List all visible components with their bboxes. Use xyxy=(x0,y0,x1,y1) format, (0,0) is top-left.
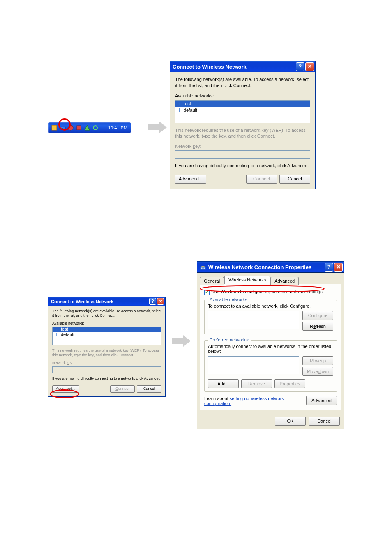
connect-wireless-dialog: Connect to Wireless Network ? ✕ The foll… xyxy=(170,61,316,189)
difficulty-note: If you are having difficulty connecting … xyxy=(175,163,310,169)
svg-rect-9 xyxy=(203,267,205,269)
wireless-icon xyxy=(200,264,206,270)
signal-icon: i xyxy=(53,333,59,337)
tab-page: Use Windows to configure my wireless net… xyxy=(200,284,341,410)
arrow-icon xyxy=(172,335,191,347)
help-button[interactable]: ? xyxy=(325,263,333,272)
advanced-button[interactable]: Advanced... xyxy=(175,175,206,184)
connect-button[interactable]: Connect xyxy=(246,175,277,184)
titlebar[interactable]: Connect to Wireless Network ? ✕ xyxy=(170,61,315,72)
learn-text: Learn about xyxy=(204,396,230,401)
titlebar[interactable]: Wireless Network Connection Properties ?… xyxy=(197,262,344,273)
tray-icon-generic[interactable] xyxy=(51,124,58,131)
svg-point-7 xyxy=(93,126,97,130)
close-button[interactable]: ✕ xyxy=(334,263,343,272)
available-help-text: To connect to an available network, clic… xyxy=(208,304,333,309)
network-key-label: Network key: xyxy=(52,361,161,365)
tab-general[interactable]: General xyxy=(200,277,224,285)
network-name: default xyxy=(61,332,74,338)
intro-text: The following network(s) are available. … xyxy=(52,309,161,318)
signal-icon: i xyxy=(176,101,182,107)
add-button[interactable]: Add... xyxy=(208,379,239,388)
tray-icon-sync[interactable] xyxy=(92,124,99,131)
annotation-oval-advanced xyxy=(50,389,79,398)
network-key-input xyxy=(52,366,161,373)
preferred-networks-legend: Preferred networks: xyxy=(208,337,251,342)
annotation-oval-use-windows xyxy=(200,285,325,292)
difficulty-note: If you are having difficulty connecting … xyxy=(52,376,161,381)
cancel-button[interactable]: Cancel xyxy=(309,417,340,426)
svg-marker-6 xyxy=(85,125,90,130)
intro-text: The following network(s) are available. … xyxy=(175,76,310,89)
configure-button[interactable]: Configure xyxy=(302,311,333,320)
tab-wireless-networks[interactable]: Wireless Networks xyxy=(224,276,270,284)
move-up-button[interactable]: Move up xyxy=(302,356,333,365)
advanced-button[interactable]: Advanced xyxy=(306,396,337,405)
help-button[interactable]: ? xyxy=(149,298,156,305)
svg-rect-0 xyxy=(52,125,57,130)
network-name: test xyxy=(61,327,68,332)
network-item[interactable]: i default xyxy=(53,332,161,338)
connect-button[interactable]: Connect xyxy=(110,385,135,393)
svg-rect-5 xyxy=(77,126,81,130)
tray-icons xyxy=(48,124,99,131)
preferred-networks-group: Preferred networks: Automatically connec… xyxy=(204,340,337,392)
network-item[interactable]: i test xyxy=(175,101,310,107)
help-button[interactable]: ? xyxy=(296,62,304,71)
ok-button[interactable]: OK xyxy=(275,417,306,426)
arrow-icon xyxy=(148,122,167,133)
close-button[interactable]: ✕ xyxy=(305,62,314,71)
window-title: Connect to Wireless Network xyxy=(173,64,295,70)
available-networks-legend: Available networks: xyxy=(208,297,250,302)
signal-icon: i xyxy=(176,107,182,113)
connect-wireless-dialog-small: Connect to Wireless Network ? ✕ The foll… xyxy=(48,297,166,397)
available-networks-label: Available networks: xyxy=(175,93,310,99)
available-networks-group: Available networks: To connect to an ava… xyxy=(204,300,337,334)
wep-note: This network requires the use of a netwo… xyxy=(175,127,310,140)
network-name: default xyxy=(184,107,197,113)
tab-strip: General Wireless Networks Advanced xyxy=(200,275,341,284)
window-title: Connect to Wireless Network xyxy=(51,299,148,304)
remove-button[interactable]: Remove xyxy=(241,379,272,388)
svg-rect-8 xyxy=(201,267,203,269)
network-key-label: Network key: xyxy=(175,143,310,150)
cancel-button[interactable]: Cancel xyxy=(279,175,310,184)
dialog-footer: OK Cancel xyxy=(197,413,344,429)
preferred-networks-listbox[interactable] xyxy=(208,356,299,374)
available-networks-label: Available networks: xyxy=(52,321,161,326)
network-item[interactable]: i default xyxy=(175,107,310,114)
available-networks-list[interactable]: i test i default xyxy=(52,327,161,345)
preferred-help-text: Automatically connect to available netwo… xyxy=(208,344,333,354)
tray-icon-audio[interactable] xyxy=(76,124,82,131)
network-key-input xyxy=(175,150,310,159)
available-networks-listbox[interactable] xyxy=(208,311,299,329)
available-networks-list[interactable]: i test i default xyxy=(175,100,310,123)
tab-advanced[interactable]: Advanced xyxy=(270,277,299,285)
system-clock: 10:41 PM xyxy=(108,125,131,130)
signal-icon: i xyxy=(53,327,59,332)
properties-button[interactable]: Properties xyxy=(274,379,305,388)
cancel-button[interactable]: Cancel xyxy=(137,385,161,393)
window-title: Wireless Network Connection Properties xyxy=(208,264,324,270)
tray-icon-util[interactable] xyxy=(84,124,90,131)
move-down-button[interactable]: Move down xyxy=(302,367,333,376)
refresh-button[interactable]: Refresh xyxy=(302,322,333,331)
close-button[interactable]: ✕ xyxy=(157,298,164,305)
wep-note: This network requires the use of a netwo… xyxy=(52,348,161,358)
titlebar[interactable]: Connect to Wireless Network ? ✕ xyxy=(48,297,165,306)
annotation-circle-tray-icon xyxy=(58,118,71,131)
network-name: test xyxy=(184,101,191,107)
network-item[interactable]: i test xyxy=(53,327,161,332)
